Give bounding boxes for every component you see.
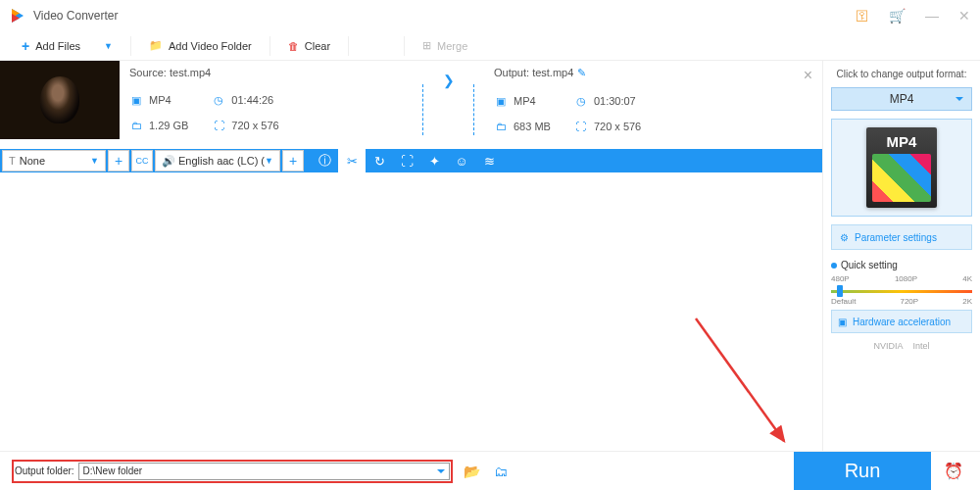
format-icon: ▣ bbox=[129, 93, 143, 107]
folder-icon: 📁 bbox=[149, 39, 163, 52]
app-title: Video Converter bbox=[33, 9, 119, 23]
speaker-icon: 🔊 bbox=[162, 155, 175, 168]
chevron-down-icon: ▼ bbox=[104, 41, 113, 51]
folder-icon: 🗀 bbox=[129, 119, 143, 132]
source-filename: test.mp4 bbox=[170, 67, 211, 78]
browse-folder-button[interactable]: 🗂 bbox=[490, 461, 512, 482]
folder-icon: 🗀 bbox=[494, 120, 508, 133]
src-format: MP4 bbox=[149, 94, 172, 106]
gpu-labels: NVIDIAIntel bbox=[831, 341, 972, 351]
source-label: Source: bbox=[129, 67, 167, 78]
plus-icon: + bbox=[22, 38, 29, 54]
app-window: Video Converter ⚿ 🛒 — ✕ +Add Files ▼ 📁Ad… bbox=[0, 0, 980, 490]
cc-button[interactable]: CC bbox=[131, 150, 153, 172]
merge-button[interactable]: ⊞Merge bbox=[413, 36, 477, 55]
add-files-button[interactable]: +Add Files bbox=[12, 35, 90, 57]
video-thumbnail[interactable] bbox=[0, 61, 120, 139]
run-button[interactable]: Run bbox=[794, 452, 931, 491]
out-format: MP4 bbox=[514, 95, 536, 107]
output-format-label: Click to change output format: bbox=[831, 69, 972, 79]
src-resolution: 720 x 576 bbox=[231, 120, 278, 131]
clock-icon: ◷ bbox=[574, 94, 588, 108]
dashed-separator bbox=[419, 67, 427, 143]
parameter-settings-button[interactable]: ⚙Parameter settings bbox=[831, 224, 972, 250]
add-video-folder-button[interactable]: 📁Add Video Folder bbox=[139, 36, 262, 55]
quality-slider[interactable]: 480P1080P4K Default720P2K bbox=[831, 276, 972, 300]
out-resolution: 720 x 576 bbox=[594, 121, 641, 132]
add-audio-button[interactable]: + bbox=[282, 150, 304, 172]
trash-icon: 🗑 bbox=[288, 40, 299, 52]
resolution-icon: ⛶ bbox=[574, 120, 588, 133]
effect-tool-icon[interactable]: ✦ bbox=[420, 149, 448, 172]
audio-dropdown[interactable]: 🔊English aac (LC) (mp▼ bbox=[155, 150, 280, 172]
divider bbox=[270, 36, 270, 56]
divider bbox=[348, 36, 349, 56]
dashed-separator bbox=[470, 67, 478, 143]
resolution-icon: ⛶ bbox=[212, 119, 225, 132]
output-filename: test.mp4 bbox=[532, 67, 573, 78]
format-preview[interactable]: MP4 bbox=[831, 119, 972, 217]
app-logo-icon bbox=[10, 8, 25, 24]
quick-setting-section: Quick setting 480P1080P4K Default720P2K bbox=[831, 258, 972, 302]
rotate-tool-icon[interactable]: ↻ bbox=[366, 149, 393, 172]
info-tool-icon[interactable]: ⓘ bbox=[311, 149, 338, 172]
close-button[interactable]: ✕ bbox=[958, 8, 970, 24]
schedule-button[interactable]: ⏰ bbox=[939, 462, 968, 480]
open-folder-button[interactable]: 📂 bbox=[461, 461, 482, 482]
src-size: 1.29 GB bbox=[149, 120, 188, 131]
edit-pencil-icon[interactable]: ✎ bbox=[577, 67, 586, 78]
format-icon: ▣ bbox=[494, 94, 508, 108]
toolbar: +Add Files ▼ 📁Add Video Folder 🗑Clear ⊞M… bbox=[0, 31, 980, 61]
src-duration: 01:44:26 bbox=[231, 94, 273, 106]
hardware-acceleration-button[interactable]: ▣Hardware acceleration bbox=[831, 310, 972, 333]
footer: Output folder: D:\New folder 📂 🗂 Run ⏰ bbox=[0, 451, 980, 490]
output-folder-highlight: Output folder: D:\New folder bbox=[12, 460, 453, 483]
subtitle-tool-icon[interactable]: ≋ bbox=[475, 149, 503, 172]
output-label: Output: bbox=[494, 67, 529, 78]
watermark-tool-icon[interactable]: ☺ bbox=[448, 149, 475, 172]
clear-button[interactable]: 🗑Clear bbox=[278, 37, 340, 55]
sliders-icon: ⚙ bbox=[840, 232, 849, 243]
format-badge-text: MP4 bbox=[887, 133, 917, 150]
add-files-chevron[interactable]: ▼ bbox=[94, 38, 122, 54]
output-format-dropdown[interactable]: MP4 bbox=[831, 87, 972, 111]
text-icon: T bbox=[9, 155, 16, 167]
cart-icon[interactable]: 🛒 bbox=[889, 8, 906, 24]
divider bbox=[404, 36, 405, 56]
out-size: 683 MB bbox=[514, 121, 551, 132]
side-panel: Click to change output format: MP4 MP4 ⚙… bbox=[823, 61, 980, 451]
minimize-button[interactable]: — bbox=[925, 8, 939, 24]
main-panel: Source: test.mp4 ▣MP4 🗀1.29 GB ◷01:44:26… bbox=[0, 61, 823, 451]
clock-icon: ◷ bbox=[212, 93, 225, 107]
bullet-icon bbox=[831, 263, 837, 269]
title-bar: Video Converter ⚿ 🛒 — ✕ bbox=[0, 0, 980, 31]
merge-icon: ⊞ bbox=[422, 39, 431, 52]
chip-icon: ▣ bbox=[838, 317, 847, 327]
item-action-bar: TNone▼ + CC 🔊English aac (LC) (mp▼ + ⓘ ✂… bbox=[0, 149, 822, 172]
output-folder-dropdown[interactable]: D:\New folder bbox=[78, 463, 450, 480]
out-duration: 01:30:07 bbox=[594, 95, 636, 107]
arrow-right-icon: ❯ bbox=[443, 73, 455, 143]
divider bbox=[130, 36, 131, 56]
chevron-down-icon: ▼ bbox=[265, 156, 273, 166]
key-icon[interactable]: ⚿ bbox=[856, 8, 869, 24]
cut-tool-icon[interactable]: ✂ bbox=[338, 149, 366, 172]
output-folder-label: Output folder: bbox=[15, 466, 74, 476]
crop-tool-icon[interactable]: ⛶ bbox=[393, 149, 420, 172]
chevron-down-icon: ▼ bbox=[90, 156, 99, 166]
add-subtitle-button[interactable]: + bbox=[108, 150, 129, 172]
media-item: Source: test.mp4 ▣MP4 🗀1.29 GB ◷01:44:26… bbox=[0, 61, 822, 149]
remove-item-button[interactable]: × bbox=[804, 67, 812, 84]
subtitle-dropdown[interactable]: TNone▼ bbox=[2, 150, 106, 172]
